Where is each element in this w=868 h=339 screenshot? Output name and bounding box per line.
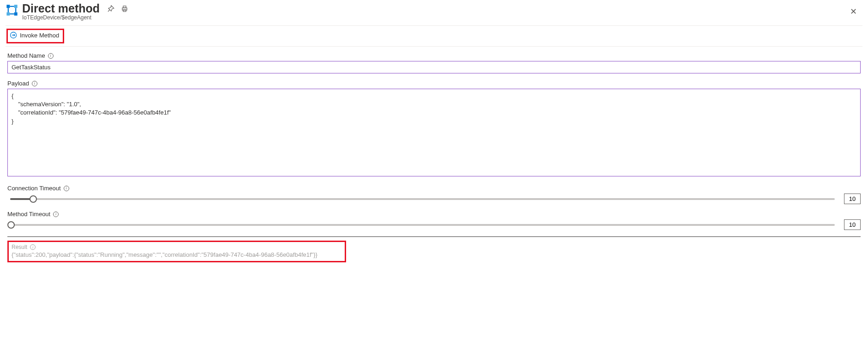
- svg-rect-2: [6, 12, 10, 16]
- info-icon[interactable]: i: [64, 186, 69, 191]
- result-highlight: Result i {"status":200,"payload":{"statu…: [7, 241, 346, 262]
- info-icon[interactable]: i: [53, 212, 59, 217]
- slider-thumb[interactable]: [7, 221, 15, 229]
- blade-header: Direct method IoTEdgeDevice/$edgeAgent ✕: [6, 2, 862, 25]
- result-label: Result i: [12, 244, 342, 250]
- payload-label: Payload i: [7, 80, 861, 87]
- svg-rect-5: [123, 6, 126, 8]
- info-icon[interactable]: i: [32, 81, 37, 86]
- method-timeout-slider[interactable]: [7, 220, 838, 230]
- method-timeout-value[interactable]: [844, 219, 861, 230]
- method-name-input[interactable]: [7, 61, 861, 73]
- print-icon[interactable]: [120, 4, 129, 13]
- connection-timeout-slider[interactable]: [7, 194, 838, 204]
- breadcrumb: IoTEdgeDevice/$edgeAgent: [22, 14, 134, 21]
- connection-timeout-value[interactable]: [844, 194, 861, 204]
- method-name-label: Method Name i: [7, 52, 861, 59]
- method-timeout-label: Method Timeout i: [7, 211, 861, 218]
- pin-icon[interactable]: [106, 4, 115, 13]
- direct-method-icon: [6, 4, 18, 17]
- svg-rect-0: [6, 5, 10, 8]
- result-value: {"status":200,"payload":{"status":"Runni…: [12, 251, 342, 258]
- connection-timeout-label: Connection Timeout i: [7, 185, 861, 192]
- page-title: Direct method: [22, 2, 100, 15]
- svg-rect-3: [14, 12, 18, 16]
- info-icon[interactable]: i: [48, 53, 54, 59]
- info-icon[interactable]: i: [30, 244, 36, 250]
- invoke-arrow-icon: [10, 31, 17, 39]
- close-icon[interactable]: ✕: [848, 5, 859, 18]
- divider: [7, 236, 861, 237]
- payload-input[interactable]: [7, 89, 861, 176]
- invoke-highlight: Invoke Method: [6, 29, 64, 43]
- invoke-method-button[interactable]: Invoke Method: [10, 31, 59, 39]
- svg-rect-1: [14, 5, 18, 8]
- invoke-method-label: Invoke Method: [20, 32, 59, 39]
- toolbar: Invoke Method: [6, 25, 862, 47]
- slider-thumb[interactable]: [30, 195, 37, 203]
